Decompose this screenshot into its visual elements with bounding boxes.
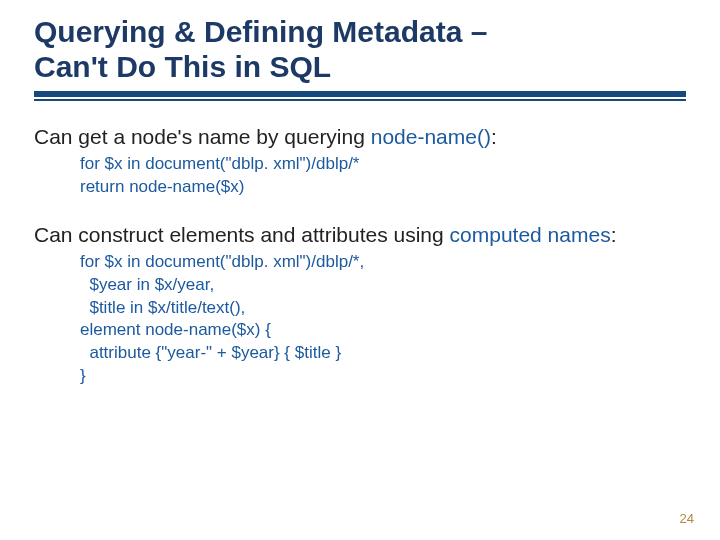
section1-code: for $x in document("dblp. xml")/dblp/* r… xyxy=(80,153,686,199)
section2-intro: Can construct elements and attributes us… xyxy=(34,223,686,247)
section2-intro-suffix: : xyxy=(611,223,617,246)
section1-intro-prefix: Can get a node's name by querying xyxy=(34,125,371,148)
code-line: for $x in document("dblp. xml")/dblp/*, xyxy=(80,251,686,274)
section1-intro-keyword: node-name() xyxy=(371,125,491,148)
rule-thin xyxy=(34,99,686,101)
code-line: for $x in document("dblp. xml")/dblp/* xyxy=(80,153,686,176)
code-line: return node-name($x) xyxy=(80,176,686,199)
section1-intro: Can get a node's name by querying node-n… xyxy=(34,125,686,149)
rule-thick xyxy=(34,91,686,97)
section1-intro-suffix: : xyxy=(491,125,497,148)
section2-intro-keyword: computed names xyxy=(450,223,611,246)
title-rule xyxy=(34,91,686,101)
code-line: attribute {"year-" + $year} { $title } xyxy=(80,342,686,365)
code-line: } xyxy=(80,365,686,388)
slide: Querying & Defining Metadata – Can't Do … xyxy=(0,0,720,540)
page-number: 24 xyxy=(680,511,694,526)
title-line-2: Can't Do This in SQL xyxy=(34,50,331,83)
title-line-1: Querying & Defining Metadata – xyxy=(34,15,487,48)
section2-code: for $x in document("dblp. xml")/dblp/*, … xyxy=(80,251,686,389)
code-line: $title in $x/title/text(), xyxy=(80,297,686,320)
section2-intro-prefix: Can construct elements and attributes us… xyxy=(34,223,450,246)
code-line: element node-name($x) { xyxy=(80,319,686,342)
code-line: $year in $x/year, xyxy=(80,274,686,297)
slide-title: Querying & Defining Metadata – Can't Do … xyxy=(34,14,686,85)
